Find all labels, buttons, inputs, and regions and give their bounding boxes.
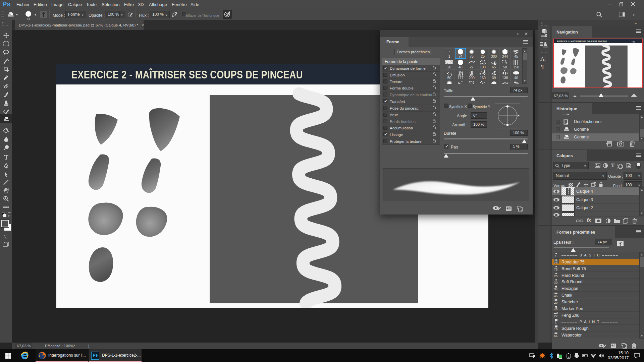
svg-text:58: 58 (503, 65, 507, 69)
svg-text:150: 150 (513, 65, 519, 69)
svg-text:20: 20 (447, 65, 451, 69)
svg-text:39: 39 (492, 76, 496, 80)
svg-text:160: 160 (480, 76, 486, 80)
svg-text:344: 344 (502, 54, 508, 58)
svg-text:300: 300 (491, 54, 497, 58)
svg-text:40: 40 (459, 65, 463, 69)
svg-text:27: 27 (470, 65, 474, 69)
svg-text:40: 40 (514, 76, 518, 80)
svg-text:25: 25 (481, 54, 485, 58)
svg-text:74: 74 (459, 54, 463, 58)
svg-text:138: 138 (502, 76, 508, 80)
svg-text:100: 100 (480, 65, 486, 69)
svg-text:65: 65 (492, 65, 496, 69)
svg-text:50: 50 (447, 76, 451, 80)
svg-text:45: 45 (514, 54, 518, 58)
svg-text:1: 1 (448, 54, 450, 58)
svg-text:177: 177 (458, 76, 464, 80)
svg-text:75: 75 (470, 54, 474, 58)
svg-text:200: 200 (469, 76, 475, 80)
